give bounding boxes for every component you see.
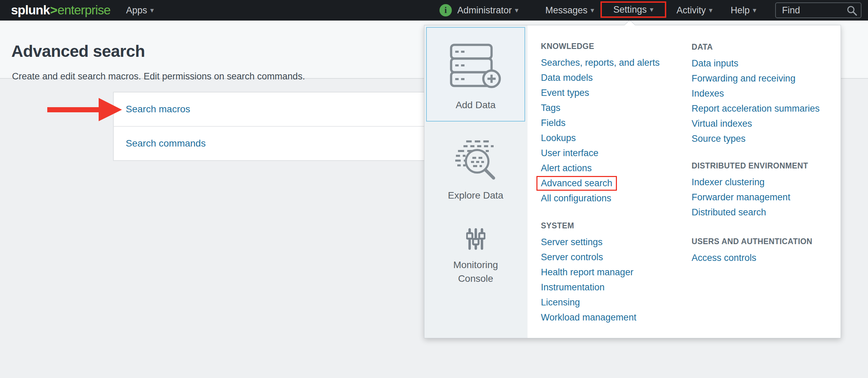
page-subtitle: Create and edit search macros. Edit perm…	[12, 71, 305, 82]
menu-item-access-controls[interactable]: Access controls	[692, 253, 756, 263]
dropdown-column-data-env-users: DATA Data inputsForwarding and receiving…	[692, 39, 839, 265]
menu-item-row: Server controls	[541, 250, 689, 265]
menu-item-alert-actions[interactable]: Alert actions	[541, 163, 592, 173]
menu-item-row: Server settings	[541, 235, 689, 250]
menu-item-row: Virtual indexes	[692, 116, 839, 131]
menu-item-row: Indexer clustering	[692, 175, 839, 190]
search-macros-link[interactable]: Search macros	[126, 104, 190, 115]
monitoring-console-icon	[466, 228, 485, 250]
menu-item-forwarder-management[interactable]: Forwarder management	[692, 192, 790, 202]
top-nav-bar: splunk>enterprise Apps Administrator Mes…	[0, 0, 868, 21]
menu-item-row: Lookups	[541, 130, 689, 146]
menu-item-row: Alert actions	[541, 161, 689, 176]
nav-help-label: Help	[731, 5, 750, 16]
explore-data-icon	[455, 139, 496, 181]
tile-add-data-label: Add Data	[456, 100, 496, 111]
menu-item-row: Event types	[541, 85, 689, 100]
menu-item-row: Forwarding and receiving	[692, 71, 839, 86]
section-system-header: SYSTEM	[541, 218, 689, 233]
nav-administrator-label: Administrator	[457, 5, 512, 16]
nav-apps-menu[interactable]: Apps	[126, 0, 154, 21]
nav-activity-label: Activity	[677, 5, 706, 16]
search-commands-link[interactable]: Search commands	[126, 138, 206, 149]
search-icon[interactable]	[846, 5, 857, 17]
menu-item-distributed-search[interactable]: Distributed search	[692, 207, 766, 217]
menu-item-row: Health report manager	[541, 265, 689, 280]
menu-item-row: Workload management	[541, 310, 689, 325]
add-data-icon	[450, 43, 502, 89]
logo-gt-mark: >	[50, 3, 57, 17]
nav-settings-label: Settings	[613, 4, 647, 15]
dropdown-tile-column: Add Data Explore	[424, 25, 528, 338]
section-users-authentication-items: Access controls	[692, 250, 839, 265]
nav-messages-label: Messages	[545, 5, 587, 16]
menu-item-row: Forwarder management	[692, 190, 839, 205]
menu-item-tags[interactable]: Tags	[541, 103, 560, 113]
annotation-arrow	[47, 97, 122, 122]
annotation-box-settings: Settings	[600, 1, 666, 18]
tile-explore-data-label: Explore Data	[448, 190, 504, 201]
menu-item-row: Fields	[541, 115, 689, 130]
menu-item-row: Data models	[541, 70, 689, 85]
menu-item-event-types[interactable]: Event types	[541, 88, 589, 98]
nav-help-menu[interactable]: Help	[731, 0, 756, 21]
nav-settings-menu[interactable]: Settings	[613, 3, 653, 16]
nav-messages-menu[interactable]: Messages	[545, 0, 594, 21]
menu-item-row: Indexes	[692, 86, 839, 101]
section-users-authentication: USERS AND AUTHENTICATION Access controls	[692, 234, 839, 265]
nav-apps-label: Apps	[126, 5, 147, 16]
tile-explore-data[interactable]: Explore Data	[426, 139, 525, 201]
section-knowledge-items: Searches, reports, and alertsData models…	[541, 55, 689, 206]
section-knowledge-header: KNOWLEDGE	[541, 39, 689, 54]
menu-item-row: Distributed search	[692, 205, 839, 220]
menu-item-row: Access controls	[692, 250, 839, 265]
nav-administrator-menu[interactable]: Administrator	[457, 0, 519, 21]
menu-item-workload-management[interactable]: Workload management	[541, 312, 636, 323]
splunk-logo: splunk>enterprise	[11, 0, 110, 21]
logo-splunk-text: splunk	[11, 3, 50, 17]
menu-item-virtual-indexes[interactable]: Virtual indexes	[692, 118, 752, 129]
logo-enterprise-text: enterprise	[58, 3, 111, 17]
settings-dropdown: Add Data Explore	[424, 25, 841, 338]
section-system: SYSTEM Server settingsServer controlsHea…	[541, 218, 689, 325]
menu-item-row: Report acceleration summaries	[692, 101, 839, 116]
section-data: DATA Data inputsForwarding and receiving…	[692, 39, 839, 146]
menu-item-row: User interface	[541, 146, 689, 161]
tile-monitoring-console-label: Monitoring Console	[436, 258, 515, 286]
tile-monitoring-console[interactable]: Monitoring Console	[426, 228, 525, 286]
menu-item-health-report-manager[interactable]: Health report manager	[541, 267, 633, 277]
menu-item-source-types[interactable]: Source types	[692, 134, 746, 144]
section-distributed-environment: DISTRIBUTED ENVIRONMENT Indexer clusteri…	[692, 158, 839, 220]
menu-item-data-inputs[interactable]: Data inputs	[692, 58, 739, 68]
menu-item-row-highlighted: Advanced search	[541, 176, 689, 191]
menu-item-row: All configurations	[541, 191, 689, 206]
section-distributed-environment-header: DISTRIBUTED ENVIRONMENT	[692, 158, 839, 173]
menu-item-searches-reports-and-alerts[interactable]: Searches, reports, and alerts	[541, 58, 660, 68]
menu-item-server-settings[interactable]: Server settings	[541, 237, 603, 247]
menu-item-row: Data inputs	[692, 56, 839, 71]
section-data-items: Data inputsForwarding and receivingIndex…	[692, 56, 839, 146]
menu-item-row: Searches, reports, and alerts	[541, 55, 689, 70]
menu-item-advanced-search[interactable]: Advanced search	[536, 176, 617, 191]
menu-item-instrumentation[interactable]: Instrumentation	[541, 282, 605, 292]
tile-add-data[interactable]: Add Data	[426, 27, 525, 122]
menu-item-server-controls[interactable]: Server controls	[541, 252, 603, 262]
menu-item-all-configurations[interactable]: All configurations	[541, 193, 611, 203]
section-knowledge: KNOWLEDGE Searches, reports, and alertsD…	[541, 39, 689, 206]
info-icon[interactable]	[439, 4, 452, 16]
menu-item-data-models[interactable]: Data models	[541, 73, 593, 83]
menu-item-row: Licensing	[541, 295, 689, 310]
section-data-header: DATA	[692, 39, 839, 54]
menu-item-user-interface[interactable]: User interface	[541, 148, 598, 158]
menu-item-fields[interactable]: Fields	[541, 118, 566, 128]
menu-item-lookups[interactable]: Lookups	[541, 133, 576, 143]
menu-item-indexer-clustering[interactable]: Indexer clustering	[692, 177, 765, 187]
menu-item-row: Instrumentation	[541, 280, 689, 295]
menu-item-forwarding-and-receiving[interactable]: Forwarding and receiving	[692, 73, 795, 84]
menu-item-row: Tags	[541, 100, 689, 115]
menu-item-licensing[interactable]: Licensing	[541, 297, 580, 307]
menu-item-report-acceleration-summaries[interactable]: Report acceleration summaries	[692, 103, 820, 114]
nav-activity-menu[interactable]: Activity	[677, 0, 712, 21]
section-distributed-environment-items: Indexer clusteringForwarder managementDi…	[692, 175, 839, 220]
menu-item-indexes[interactable]: Indexes	[692, 88, 724, 99]
